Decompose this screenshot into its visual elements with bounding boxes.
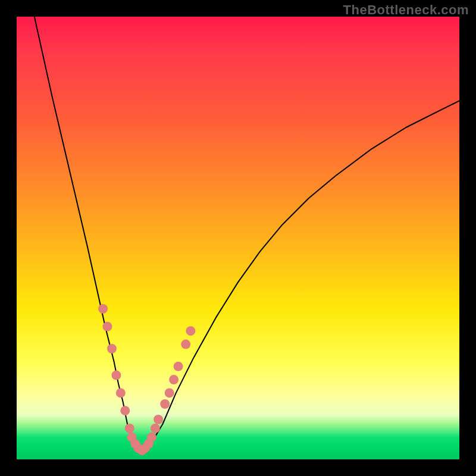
bottleneck-curve	[17, 17, 459, 459]
sample-point	[174, 362, 183, 371]
sample-point	[147, 433, 156, 442]
sample-point	[165, 388, 174, 397]
sample-point	[140, 443, 150, 453]
sample-point	[125, 424, 134, 433]
sample-point	[127, 433, 136, 442]
sample-point	[98, 304, 108, 314]
sample-point	[107, 344, 117, 353]
sample-point	[130, 439, 140, 449]
sample-point	[144, 439, 154, 449]
sample-point	[160, 399, 170, 409]
plot-area	[17, 17, 459, 459]
sample-point	[120, 406, 130, 415]
sample-point	[116, 388, 126, 397]
sample-point	[137, 446, 147, 455]
sample-point	[169, 375, 178, 384]
sample-point	[151, 424, 160, 433]
sample-point	[181, 340, 190, 349]
sample-point	[111, 371, 121, 380]
watermark-text: TheBottleneck.com	[343, 2, 469, 18]
sample-points	[17, 17, 459, 459]
chart-frame: TheBottleneck.com	[0, 0, 476, 476]
sample-point	[186, 326, 195, 336]
sample-point	[134, 443, 143, 453]
sample-point	[103, 322, 112, 331]
sample-point	[154, 415, 163, 424]
